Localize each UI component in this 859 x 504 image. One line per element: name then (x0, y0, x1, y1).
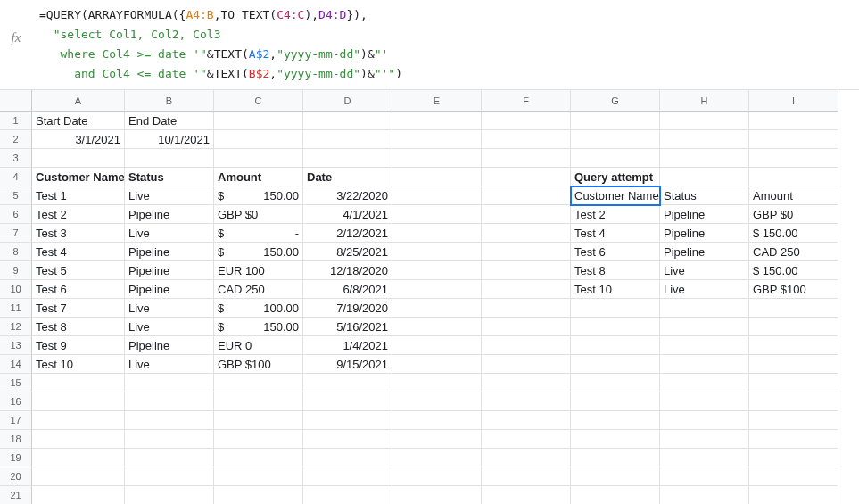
cell-G20[interactable] (571, 467, 660, 486)
cell-C16[interactable] (214, 392, 303, 411)
cell-C3[interactable] (214, 149, 303, 168)
cell-B9[interactable]: Pipeline (125, 261, 214, 280)
row-header-14[interactable]: 14 (0, 355, 32, 374)
cell-I9[interactable]: $ 150.00 (749, 261, 838, 280)
cell-I18[interactable] (749, 430, 838, 449)
cell-C15[interactable] (214, 374, 303, 392)
cell-E19[interactable] (392, 449, 482, 467)
cell-F10[interactable] (482, 280, 571, 299)
cell-A20[interactable] (32, 467, 125, 486)
cell-G8[interactable]: Test 6 (571, 243, 660, 261)
cell-E11[interactable] (392, 299, 482, 318)
cell-C9[interactable]: EUR 100 (214, 261, 303, 280)
cell-F19[interactable] (482, 449, 571, 467)
cell-F11[interactable] (482, 299, 571, 318)
cell-I14[interactable] (749, 355, 838, 374)
cell-E17[interactable] (392, 411, 482, 430)
cell-B14[interactable]: Live (125, 355, 214, 374)
cell-F6[interactable] (482, 205, 571, 224)
row-header-15[interactable]: 15 (0, 374, 32, 392)
cell-C13[interactable]: EUR 0 (214, 336, 303, 355)
cell-D13[interactable]: 1/4/2021 (303, 336, 392, 355)
cell-H8[interactable]: Pipeline (660, 243, 749, 261)
cell-F7[interactable] (482, 224, 571, 243)
cell-B3[interactable] (125, 149, 214, 168)
cell-I8[interactable]: CAD 250 (749, 243, 838, 261)
cell-H19[interactable] (660, 449, 749, 467)
cell-I12[interactable] (749, 318, 838, 336)
column-header-D[interactable]: D (303, 90, 392, 112)
cell-B4[interactable]: Status (125, 168, 214, 186)
cell-I16[interactable] (749, 392, 838, 411)
cell-C6[interactable]: GBP $0 (214, 205, 303, 224)
cell-F2[interactable] (482, 130, 571, 149)
cell-G5[interactable]: Customer Name (571, 186, 660, 205)
cell-E9[interactable] (392, 261, 482, 280)
cell-A1[interactable]: Start Date (32, 112, 125, 130)
cell-D21[interactable] (303, 486, 392, 504)
cell-H15[interactable] (660, 374, 749, 392)
cell-A19[interactable] (32, 449, 125, 467)
cell-B8[interactable]: Pipeline (125, 243, 214, 261)
cell-E5[interactable] (392, 186, 482, 205)
cell-G12[interactable] (571, 318, 660, 336)
cell-F17[interactable] (482, 411, 571, 430)
cell-C19[interactable] (214, 449, 303, 467)
cell-H2[interactable] (660, 130, 749, 149)
cell-E13[interactable] (392, 336, 482, 355)
cell-D7[interactable]: 2/12/2021 (303, 224, 392, 243)
cell-F14[interactable] (482, 355, 571, 374)
cell-H6[interactable]: Pipeline (660, 205, 749, 224)
row-header-21[interactable]: 21 (0, 486, 32, 504)
cell-B21[interactable] (125, 486, 214, 504)
cell-E16[interactable] (392, 392, 482, 411)
cell-A14[interactable]: Test 10 (32, 355, 125, 374)
row-header-18[interactable]: 18 (0, 430, 32, 449)
cell-E3[interactable] (392, 149, 482, 168)
cell-D5[interactable]: 3/22/2020 (303, 186, 392, 205)
column-header-G[interactable]: G (571, 90, 660, 112)
cell-H21[interactable] (660, 486, 749, 504)
row-header-16[interactable]: 16 (0, 392, 32, 411)
cell-H14[interactable] (660, 355, 749, 374)
cell-G7[interactable]: Test 4 (571, 224, 660, 243)
cell-G15[interactable] (571, 374, 660, 392)
cell-B1[interactable]: End Date (125, 112, 214, 130)
cell-E21[interactable] (392, 486, 482, 504)
cell-C5[interactable]: $150.00 (214, 186, 303, 205)
cell-D16[interactable] (303, 392, 392, 411)
cell-E1[interactable] (392, 112, 482, 130)
cell-F4[interactable] (482, 168, 571, 186)
cell-D12[interactable]: 5/16/2021 (303, 318, 392, 336)
cell-H12[interactable] (660, 318, 749, 336)
cell-I1[interactable] (749, 112, 838, 130)
row-header-3[interactable]: 3 (0, 149, 32, 168)
cell-C1[interactable] (214, 112, 303, 130)
cell-A9[interactable]: Test 5 (32, 261, 125, 280)
cell-H16[interactable] (660, 392, 749, 411)
cell-D14[interactable]: 9/15/2021 (303, 355, 392, 374)
cell-H11[interactable] (660, 299, 749, 318)
cell-D4[interactable]: Date (303, 168, 392, 186)
cell-B13[interactable]: Pipeline (125, 336, 214, 355)
cell-F15[interactable] (482, 374, 571, 392)
cell-D3[interactable] (303, 149, 392, 168)
cell-D2[interactable] (303, 130, 392, 149)
cell-A15[interactable] (32, 374, 125, 392)
cell-H9[interactable]: Live (660, 261, 749, 280)
row-header-17[interactable]: 17 (0, 411, 32, 430)
cell-E10[interactable] (392, 280, 482, 299)
cell-D11[interactable]: 7/19/2020 (303, 299, 392, 318)
cell-C17[interactable] (214, 411, 303, 430)
cell-B12[interactable]: Live (125, 318, 214, 336)
cell-G19[interactable] (571, 449, 660, 467)
cell-H13[interactable] (660, 336, 749, 355)
row-header-2[interactable]: 2 (0, 130, 32, 149)
cell-A4[interactable]: Customer Name (32, 168, 125, 186)
row-header-8[interactable]: 8 (0, 243, 32, 261)
cell-A5[interactable]: Test 1 (32, 186, 125, 205)
cell-B17[interactable] (125, 411, 214, 430)
cell-G3[interactable] (571, 149, 660, 168)
cell-F16[interactable] (482, 392, 571, 411)
column-header-I[interactable]: I (749, 90, 838, 112)
